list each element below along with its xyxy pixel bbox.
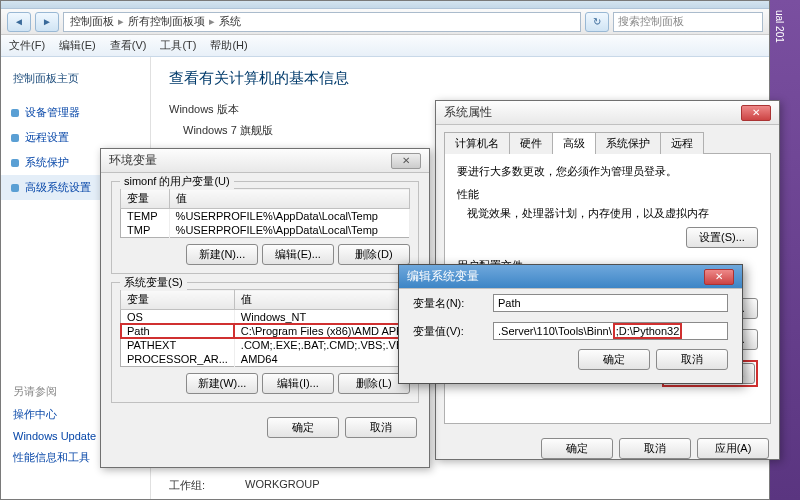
user-new-button[interactable]: 新建(N)...: [186, 244, 258, 265]
menu-help[interactable]: 帮助(H): [210, 38, 247, 53]
cancel-button[interactable]: 取消: [656, 349, 728, 370]
dialog-footer: 确定 取消 应用(A): [436, 432, 779, 465]
forward-button[interactable]: ►: [35, 12, 59, 32]
bullet-icon: [11, 159, 19, 167]
col-var[interactable]: 变量: [121, 290, 235, 310]
sidebar-item-remote[interactable]: 远程设置: [1, 125, 150, 150]
sys-new-button[interactable]: 新建(W)...: [186, 373, 258, 394]
var-value-input[interactable]: .Server\110\Tools\Binn\;D:\Python32: [493, 322, 728, 340]
sys-vars-group: 系统变量(S) 变量值 OSWindows_NT PathC:\Program …: [111, 282, 419, 403]
breadcrumb-part[interactable]: 控制面板: [70, 14, 114, 29]
nav-toolbar: ◄ ► 控制面板▸ 所有控制面板项▸ 系统 ↻ 搜索控制面板: [1, 9, 769, 35]
highlighted-path-append: ;D:\Python32: [613, 323, 683, 339]
user-vars-table[interactable]: 变量值 TEMP%USERPROFILE%\AppData\Local\Temp…: [120, 188, 410, 238]
bullet-icon: [11, 109, 19, 117]
user-edit-button[interactable]: 编辑(E)...: [262, 244, 334, 265]
var-name-label: 变量名(N):: [413, 296, 483, 311]
tab-advanced[interactable]: 高级: [552, 132, 596, 154]
tab-protection[interactable]: 系统保护: [595, 132, 661, 154]
perf-desc: 视觉效果，处理器计划，内存使用，以及虚拟内存: [457, 206, 758, 221]
tab-computer-name[interactable]: 计算机名: [444, 132, 510, 154]
close-icon[interactable]: ✕: [704, 269, 734, 285]
table-row-path[interactable]: PathC:\Program Files (x86)\AMD APP\...: [121, 324, 430, 338]
perf-label: 性能: [457, 187, 758, 202]
env-vars-dialog: 环境变量 ✕ simonf 的用户变量(U) 变量值 TEMP%USERPROF…: [100, 148, 430, 468]
sidebar-title: 控制面板主页: [1, 67, 150, 90]
titlebar: [1, 1, 769, 9]
dialog-titlebar[interactable]: 编辑系统变量 ✕: [399, 265, 742, 289]
menu-tools[interactable]: 工具(T): [160, 38, 196, 53]
breadcrumb-part[interactable]: 系统: [219, 14, 241, 29]
table-row[interactable]: TMP%USERPROFILE%\AppData\Local\Temp: [121, 223, 410, 238]
col-var[interactable]: 变量: [121, 189, 170, 209]
table-row[interactable]: PATHEXT.COM;.EXE;.BAT;.CMD;.VBS;.VBE;...: [121, 338, 430, 352]
dialog-titlebar[interactable]: 系统属性 ✕: [436, 101, 779, 125]
ok-button[interactable]: 确定: [541, 438, 613, 459]
user-vars-group: simonf 的用户变量(U) 变量值 TEMP%USERPROFILE%\Ap…: [111, 181, 419, 274]
perf-settings-button[interactable]: 设置(S)...: [686, 227, 758, 248]
sidebar-item-device-manager[interactable]: 设备管理器: [1, 100, 150, 125]
user-delete-button[interactable]: 删除(D): [338, 244, 410, 265]
sys-edit-button[interactable]: 编辑(I)...: [262, 373, 334, 394]
cancel-button[interactable]: 取消: [345, 417, 417, 438]
table-row[interactable]: OSWindows_NT: [121, 310, 430, 325]
tab-strip: 计算机名 硬件 高级 系统保护 远程: [444, 131, 771, 154]
dialog-title: 环境变量: [109, 152, 157, 169]
apply-button[interactable]: 应用(A): [697, 438, 769, 459]
admin-note: 要进行大多数更改，您必须作为管理员登录。: [457, 164, 758, 179]
sys-vars-table[interactable]: 变量值 OSWindows_NT PathC:\Program Files (x…: [120, 289, 430, 367]
search-input[interactable]: 搜索控制面板: [613, 12, 763, 32]
tab-remote[interactable]: 远程: [660, 132, 704, 154]
close-icon[interactable]: ✕: [741, 105, 771, 121]
bullet-icon: [11, 134, 19, 142]
breadcrumb-part[interactable]: 所有控制面板项: [128, 14, 205, 29]
menu-edit[interactable]: 编辑(E): [59, 38, 96, 53]
menu-view[interactable]: 查看(V): [110, 38, 147, 53]
workgroup-value: WORKGROUP: [245, 478, 320, 493]
menubar: 文件(F) 编辑(E) 查看(V) 工具(T) 帮助(H): [1, 35, 769, 57]
dialog-title: 系统属性: [444, 104, 492, 121]
cancel-button[interactable]: 取消: [619, 438, 691, 459]
var-name-input[interactable]: Path: [493, 294, 728, 312]
bullet-icon: [11, 184, 19, 192]
table-row[interactable]: TEMP%USERPROFILE%\AppData\Local\Temp: [121, 209, 410, 224]
page-title: 查看有关计算机的基本信息: [169, 69, 751, 88]
edit-var-dialog: 编辑系统变量 ✕ 变量名(N): Path 变量值(V): .Server\11…: [398, 264, 743, 384]
breadcrumb[interactable]: 控制面板▸ 所有控制面板项▸ 系统: [63, 12, 581, 32]
table-row[interactable]: PROCESSOR_AR...AMD64: [121, 352, 430, 367]
dialog-title: 编辑系统变量: [407, 268, 479, 285]
var-value-label: 变量值(V):: [413, 324, 483, 339]
dialog-titlebar[interactable]: 环境变量 ✕: [101, 149, 429, 173]
menu-file[interactable]: 文件(F): [9, 38, 45, 53]
close-icon[interactable]: ✕: [391, 153, 421, 169]
ok-button[interactable]: 确定: [578, 349, 650, 370]
tab-hardware[interactable]: 硬件: [509, 132, 553, 154]
user-vars-legend: simonf 的用户变量(U): [120, 174, 234, 189]
ok-button[interactable]: 确定: [267, 417, 339, 438]
refresh-button[interactable]: ↻: [585, 12, 609, 32]
back-button[interactable]: ◄: [7, 12, 31, 32]
sys-vars-legend: 系统变量(S): [120, 275, 187, 290]
col-val[interactable]: 值: [169, 189, 409, 209]
workgroup-label: 工作组:: [169, 478, 205, 493]
